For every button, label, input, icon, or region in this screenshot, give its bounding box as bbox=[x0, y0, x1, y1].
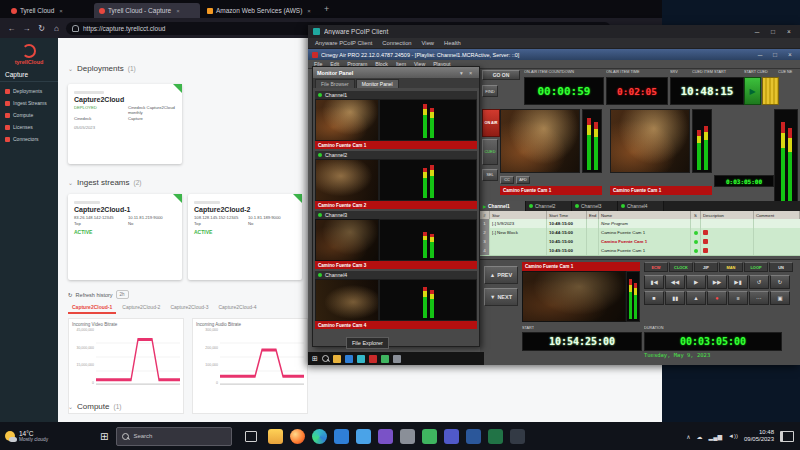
file-explorer-icon[interactable] bbox=[268, 429, 283, 444]
remote-file-explorer-icon[interactable] bbox=[333, 355, 341, 363]
find-button[interactable]: FIND bbox=[482, 85, 498, 97]
minimize-button[interactable]: ─ bbox=[751, 28, 763, 35]
word-icon[interactable] bbox=[466, 429, 481, 444]
chart-tab-4[interactable]: Capture2Cloud-4 bbox=[214, 302, 260, 314]
playlist-row[interactable]: 4 10:49:15:00 Camino Fuente Cam 1 bbox=[480, 246, 800, 256]
rewind-button[interactable]: ◀◀ bbox=[665, 275, 685, 289]
ingest-card-1[interactable]: Capture2Cloud-1 83.26.148.142:12345 10.1… bbox=[68, 194, 182, 280]
afd-button[interactable]: AFD bbox=[516, 176, 530, 184]
monitor-panel-title-bar[interactable]: Monitor Panel ▾ × bbox=[313, 67, 479, 78]
forward-icon[interactable]: → bbox=[21, 24, 32, 33]
sidebar-item-ingest-streams[interactable]: Ingest Streams bbox=[0, 97, 58, 109]
grid-button[interactable]: ▣ bbox=[770, 291, 790, 305]
excel-icon[interactable] bbox=[488, 429, 503, 444]
tray-expand-icon[interactable]: ∧ bbox=[686, 433, 690, 440]
weather-widget[interactable]: 14°C Mostly cloudy bbox=[0, 422, 92, 450]
taskbar-clock[interactable]: 10:48 09/05/2023 bbox=[744, 429, 774, 444]
mode-button-un[interactable]: UN bbox=[769, 262, 793, 272]
stop-button[interactable]: ■ bbox=[644, 291, 664, 305]
deployment-card[interactable]: Capture2Cloud DEPLOYED Cinedeck Capture2… bbox=[68, 84, 182, 164]
pause-button[interactable]: ▮▮ bbox=[665, 291, 685, 305]
close-tab-icon[interactable]: × bbox=[176, 8, 180, 14]
playlist-tab-channel4[interactable]: Channel4 bbox=[618, 201, 664, 211]
list-button[interactable]: ≡ bbox=[728, 291, 748, 305]
refresh-history-button[interactable]: ↻ Refresh history 2h bbox=[68, 290, 129, 299]
tab-aws[interactable]: Amazon Web Services (AWS) × bbox=[202, 3, 318, 18]
loop-forward-button[interactable]: ↻ bbox=[770, 275, 790, 289]
back-icon[interactable]: ← bbox=[6, 24, 17, 33]
maximize-button[interactable]: □ bbox=[769, 51, 781, 58]
playlist-tab-channel1[interactable]: ▶Channel1 bbox=[480, 201, 526, 211]
fast-forward-button[interactable]: ▶▶ bbox=[707, 275, 727, 289]
channel3-monitor[interactable]: Channel3 Camino Fuente Cam 3 bbox=[315, 211, 477, 269]
chart-tab-2[interactable]: Capture2Cloud-2 bbox=[118, 302, 164, 314]
channel1-monitor[interactable]: Channel1 Camino Fuente Cam 1 bbox=[315, 91, 477, 149]
cued-indicator-button[interactable]: CUED bbox=[482, 139, 498, 165]
mode-button-jip[interactable]: JIP bbox=[694, 262, 718, 272]
remote-start-button[interactable]: ⊞ bbox=[312, 355, 318, 363]
sidebar-item-connectors[interactable]: Connectors bbox=[0, 133, 58, 145]
action-center-icon[interactable] bbox=[780, 431, 794, 442]
close-button[interactable]: × bbox=[784, 51, 796, 58]
close-button[interactable]: × bbox=[783, 28, 795, 35]
maximize-button[interactable]: □ bbox=[767, 28, 779, 35]
collapse-chevron-icon[interactable]: ⌄ bbox=[68, 65, 73, 72]
firefox-icon[interactable] bbox=[290, 429, 305, 444]
menu-view[interactable]: View bbox=[422, 40, 434, 46]
menu-health[interactable]: Health bbox=[444, 40, 461, 46]
go-on-button[interactable]: GO ON bbox=[482, 70, 520, 80]
start-button[interactable]: ⊞ bbox=[92, 431, 116, 442]
photos-icon[interactable] bbox=[378, 429, 393, 444]
start-cued-play-button[interactable]: ▶ bbox=[744, 77, 761, 105]
skip-forward-button[interactable]: ▶▮ bbox=[728, 275, 748, 289]
reload-icon[interactable]: ↻ bbox=[36, 24, 47, 33]
tab-tyrell-cloud[interactable]: Tyrell Cloud × bbox=[6, 3, 92, 18]
tab-monitor-panel[interactable]: Monitor Panel bbox=[356, 79, 399, 88]
eject-button[interactable]: ▲ bbox=[686, 291, 706, 305]
sel-button[interactable]: SEL bbox=[482, 169, 498, 181]
skip-back-button[interactable]: ▮◀ bbox=[644, 275, 664, 289]
hold-button[interactable] bbox=[762, 77, 779, 105]
close-tab-icon[interactable]: × bbox=[307, 8, 311, 14]
options-button[interactable]: ⋯ bbox=[749, 291, 769, 305]
collapse-chevron-icon[interactable]: ⌄ bbox=[68, 403, 73, 410]
range-chip[interactable]: 2h bbox=[116, 290, 129, 299]
edge-icon[interactable] bbox=[312, 429, 327, 444]
close-tab-icon[interactable]: × bbox=[59, 8, 63, 14]
pin-button[interactable]: ▾ bbox=[457, 70, 466, 76]
on-air-indicator-button[interactable]: ON AIR bbox=[482, 109, 500, 137]
close-button[interactable]: × bbox=[466, 70, 475, 76]
onedrive-cloud-icon[interactable]: ☁ bbox=[697, 433, 703, 440]
sidebar-item-compute[interactable]: Compute bbox=[0, 109, 58, 121]
cc-button[interactable]: CC bbox=[500, 176, 514, 184]
minimize-button[interactable]: ─ bbox=[754, 51, 766, 58]
task-view-icon[interactable] bbox=[245, 431, 257, 442]
mode-button-clock[interactable]: CLOCK bbox=[669, 262, 693, 272]
teams-icon[interactable] bbox=[444, 429, 459, 444]
remote-app-icon-green[interactable] bbox=[381, 355, 389, 363]
sidebar-item-licenses[interactable]: Licenses bbox=[0, 121, 58, 133]
chart-tab-3[interactable]: Capture2Cloud-3 bbox=[166, 302, 212, 314]
remote-edge-icon[interactable] bbox=[357, 355, 365, 363]
mail-icon[interactable] bbox=[356, 429, 371, 444]
remote-search-icon[interactable] bbox=[322, 355, 329, 362]
cinegy-title-bar[interactable]: Cinegy Air PRO 22.12.0.4787.24509 - [Pla… bbox=[308, 49, 800, 60]
calculator-icon[interactable] bbox=[422, 429, 437, 444]
collapse-chevron-icon[interactable]: ⌄ bbox=[68, 179, 73, 186]
new-tab-button[interactable]: + bbox=[324, 4, 329, 14]
mode-button-loop[interactable]: LOOP bbox=[744, 262, 768, 272]
remote-app-icon-gray[interactable] bbox=[393, 355, 401, 363]
tab-tyrell-capture[interactable]: Tyrell Cloud - Capture × bbox=[94, 3, 200, 18]
menu-anyware[interactable]: Anyware PCoIP Client bbox=[315, 40, 372, 46]
network-icon[interactable]: ▂▄▆ bbox=[709, 433, 722, 440]
settings-icon[interactable] bbox=[400, 429, 415, 444]
mode-button-ecw[interactable]: ECW bbox=[644, 262, 668, 272]
ingest-card-2[interactable]: Capture2Cloud-2 108.128.145.152:12345 10… bbox=[188, 194, 302, 280]
taskbar-search[interactable]: Search bbox=[116, 427, 232, 446]
remote-cinegy-icon[interactable] bbox=[369, 355, 377, 363]
playlist-tab-channel2[interactable]: Channel2 bbox=[526, 201, 572, 211]
tab-file-browser[interactable]: File Browser bbox=[315, 79, 355, 88]
remote-app-icon-blue[interactable] bbox=[345, 355, 353, 363]
store-icon[interactable] bbox=[334, 429, 349, 444]
terminal-icon[interactable] bbox=[510, 429, 525, 444]
